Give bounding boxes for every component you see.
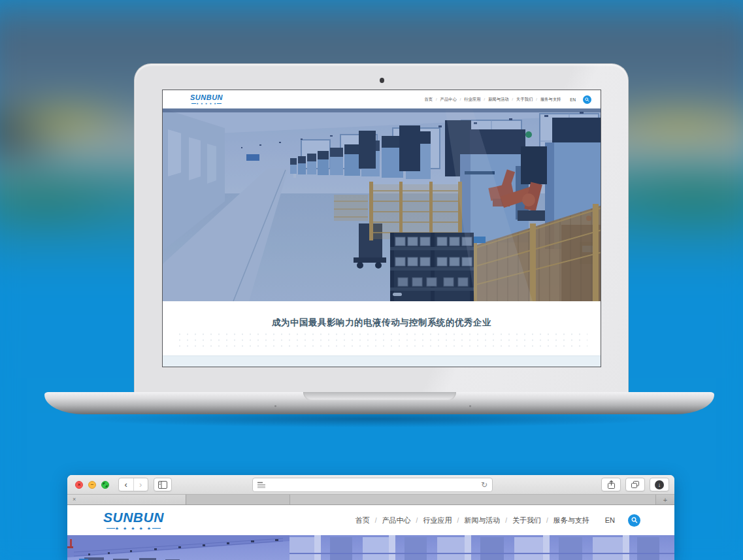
search-icon[interactable] xyxy=(583,95,591,104)
forward-button[interactable]: › xyxy=(134,478,148,491)
toolbar-right-buttons: ↓ xyxy=(601,478,669,491)
nav-separator: / xyxy=(436,97,437,101)
hero-factory-strip xyxy=(67,535,674,560)
tab-inactive[interactable] xyxy=(290,495,656,504)
hero-factory-image xyxy=(163,108,601,301)
logo-stars: ★ ★ ★ ★ ★ xyxy=(107,526,161,531)
downloads-button[interactable]: ↓ xyxy=(650,478,669,491)
nav-separator: / xyxy=(536,97,537,101)
nav-item-products[interactable]: 产品中心 xyxy=(440,97,457,103)
window-controls: × − xyxy=(75,481,109,489)
zoom-window-button[interactable] xyxy=(101,481,109,489)
website-laptop: SUNBUN ★ ★ ★ ★ ★ 首页 / 产品中心 / 行业应用 / 新闻与活… xyxy=(163,90,601,367)
nav-separator: / xyxy=(460,97,461,101)
minimize-window-button[interactable]: − xyxy=(88,481,96,489)
main-nav: 首页 / 产品中心 / 行业应用 / 新闻与活动 / 关于我们 / 服务与支持 … xyxy=(355,514,640,527)
nav-item-about[interactable]: 关于我们 xyxy=(512,516,541,525)
browser-viewport: SUNBUN ★ ★ ★ ★ ★ 首页 / 产品中心 / 行业应用 / 新闻与活… xyxy=(67,505,674,560)
nav-separator: / xyxy=(546,517,548,524)
search-icon[interactable] xyxy=(628,514,640,527)
new-tab-button[interactable]: + xyxy=(656,495,674,504)
footer-strip xyxy=(163,355,601,367)
nav-item-industries[interactable]: 行业应用 xyxy=(423,516,452,525)
back-button[interactable]: ‹ xyxy=(119,478,134,491)
nav-separator: / xyxy=(416,517,418,524)
nav-item-home[interactable]: 首页 xyxy=(424,97,433,103)
nav-separator: / xyxy=(512,97,514,101)
laptop-base-notch xyxy=(303,392,456,401)
tab-active[interactable]: × xyxy=(67,495,186,504)
tab-bar: × + xyxy=(67,495,674,505)
laptop-base xyxy=(44,392,714,414)
nav-item-news[interactable]: 新闻与活动 xyxy=(464,516,500,525)
nav-item-products[interactable]: 产品中心 xyxy=(382,516,411,525)
language-switch[interactable]: EN xyxy=(570,97,576,102)
dotted-map-pattern xyxy=(176,331,587,351)
tab-close-icon[interactable]: × xyxy=(73,497,76,502)
nav-separator: / xyxy=(457,517,459,524)
reader-icon xyxy=(257,482,265,488)
logo-stars: ★ ★ ★ ★ ★ xyxy=(191,103,221,105)
website-browser: SUNBUN ★ ★ ★ ★ ★ 首页 / 产品中心 / 行业应用 / 新闻与活… xyxy=(67,505,674,560)
address-bar[interactable]: ↻ xyxy=(252,478,493,492)
browser-toolbar: × − ‹ › ↻ ↓ xyxy=(67,475,674,495)
laptop-camera-dot xyxy=(380,78,384,83)
nav-separator: / xyxy=(505,517,507,524)
language-switch[interactable]: EN xyxy=(605,516,615,524)
download-icon: ↓ xyxy=(655,480,664,489)
laptop-screen: SUNBUN ★ ★ ★ ★ ★ 首页 / 产品中心 / 行业应用 / 新闻与活… xyxy=(162,90,601,367)
nav-item-about[interactable]: 关于我们 xyxy=(516,97,533,103)
tagline-section: 成为中国最具影响力的电液传动与控制系统的优秀企业 xyxy=(163,301,601,355)
tab-overview-button[interactable] xyxy=(625,478,645,491)
share-button[interactable] xyxy=(601,478,621,491)
site-header: SUNBUN ★ ★ ★ ★ ★ 首页 / 产品中心 / 行业应用 / 新闻与活… xyxy=(67,505,674,535)
main-nav: 首页 / 产品中心 / 行业应用 / 新闻与活动 / 关于我们 / 服务与支持 … xyxy=(424,95,591,104)
sidebar-toggle-button[interactable] xyxy=(154,478,172,491)
sunbun-logo[interactable]: SUNBUN ★ ★ ★ ★ ★ xyxy=(103,510,164,531)
reload-icon[interactable]: ↻ xyxy=(481,481,487,489)
tab-inactive[interactable] xyxy=(186,495,290,504)
nav-item-support[interactable]: 服务与支持 xyxy=(540,97,561,103)
history-nav-group: ‹ › xyxy=(118,478,148,491)
logo-text: SUNBUN xyxy=(103,510,164,524)
nav-item-news[interactable]: 新闻与活动 xyxy=(488,97,508,103)
sunbun-logo[interactable]: SUNBUN ★ ★ ★ ★ ★ xyxy=(190,94,223,105)
nav-item-home[interactable]: 首页 xyxy=(355,516,370,525)
close-window-button[interactable]: × xyxy=(75,481,83,489)
laptop-mockup: SUNBUN ★ ★ ★ ★ ★ 首页 / 产品中心 / 行业应用 / 新闻与活… xyxy=(0,0,743,457)
base-vent-dot xyxy=(469,405,471,407)
nav-item-support[interactable]: 服务与支持 xyxy=(553,516,589,525)
hero-tagline: 成为中国最具影响力的电液传动与控制系统的优秀企业 xyxy=(163,317,601,329)
laptop-lid: SUNBUN ★ ★ ★ ★ ★ 首页 / 产品中心 / 行业应用 / 新闻与活… xyxy=(134,63,629,392)
nav-separator: / xyxy=(375,517,377,524)
nav-item-industries[interactable]: 行业应用 xyxy=(464,97,480,103)
safari-browser-window: × − ‹ › ↻ ↓ xyxy=(67,475,674,560)
base-vent-dot xyxy=(274,405,276,407)
site-header: SUNBUN ★ ★ ★ ★ ★ 首页 / 产品中心 / 行业应用 / 新闻与活… xyxy=(163,90,601,108)
nav-separator: / xyxy=(484,97,486,101)
logo-text: SUNBUN xyxy=(190,94,223,101)
